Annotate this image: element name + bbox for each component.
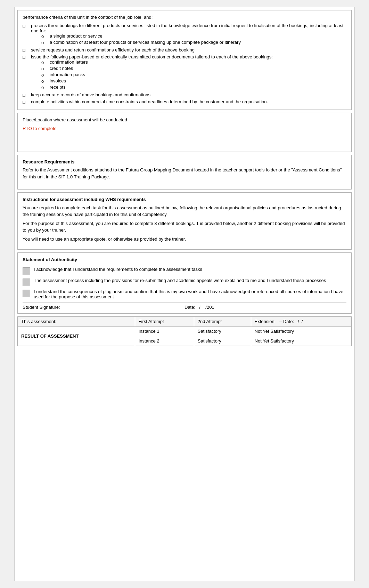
list-item: □ issue the following paper-based or ele… bbox=[23, 54, 346, 91]
sub-bullet: o bbox=[41, 33, 50, 39]
authenticity-text-3: I understand the consequences of plagiar… bbox=[34, 289, 346, 299]
sub-list-item: o confirmation letters bbox=[41, 59, 273, 65]
checkbox-2[interactable] bbox=[23, 279, 30, 286]
result-label: RESULT OF ASSESSMENT bbox=[21, 333, 79, 339]
authenticity-row-1: I acknowledge that I understand the requ… bbox=[23, 267, 346, 275]
sub-list-item: o a single product or service bbox=[41, 33, 346, 39]
sub-list-item: o information packs bbox=[41, 72, 273, 78]
sub-item-text: confirmation letters bbox=[50, 59, 88, 65]
authenticity-text-1: I acknowledge that I understand the requ… bbox=[34, 267, 202, 272]
bullet-list: □ process three bookings for different p… bbox=[23, 23, 346, 105]
instructions-title: Instructions for assessment including WH… bbox=[23, 196, 346, 203]
signature-row: Student Signature: Date: / /201 bbox=[23, 302, 346, 310]
bullet-icon: □ bbox=[23, 47, 31, 53]
date-slashes: / / bbox=[295, 319, 303, 324]
date-dash-label: – Date: bbox=[279, 319, 294, 324]
authenticity-title: Statement of Authenticity bbox=[23, 256, 346, 263]
sub-bullet: o bbox=[41, 59, 50, 65]
sub-bullet: o bbox=[41, 40, 50, 45]
sub-item-text: receipts bbox=[50, 84, 66, 90]
list-item-text: complete activities within commercial ti… bbox=[31, 99, 268, 104]
instructions-section: Instructions for assessment including WH… bbox=[17, 192, 352, 250]
list-item-text: keep accurate records of above bookings … bbox=[31, 92, 150, 97]
list-item-text: issue the following paper-based or elect… bbox=[31, 54, 273, 59]
satisfactory-2-text: Satisfactory bbox=[198, 338, 221, 344]
sub-item-text: a single product or service bbox=[50, 33, 102, 39]
not-yet-1-text: Not Yet Satisfactory bbox=[255, 329, 294, 334]
bullet-icon: □ bbox=[23, 99, 31, 105]
list-item: □ process three bookings for different p… bbox=[23, 23, 346, 46]
not-yet-1-cell: Not Yet Satisfactory bbox=[251, 326, 351, 336]
resource-body: Refer to the Assessment conditions attac… bbox=[23, 167, 346, 180]
instructions-para-2: For the purpose of this assessment, you … bbox=[23, 220, 346, 234]
sub-list: o confirmation letters o credit notes o … bbox=[31, 59, 273, 90]
list-item-text: service requests and return confirmation… bbox=[31, 47, 195, 53]
table-header-row: This assessment: First Attempt 2nd Attem… bbox=[18, 316, 352, 326]
authenticity-row-2: The assessment process including the pro… bbox=[23, 278, 346, 286]
instance-1-text: Instance 1 bbox=[139, 329, 159, 334]
sub-item-text: credit notes bbox=[50, 66, 73, 71]
instance-2-text: Instance 2 bbox=[139, 338, 159, 344]
authenticity-text-2: The assessment process including the pro… bbox=[34, 278, 326, 283]
place-placeholder: RTO to complete bbox=[23, 125, 346, 132]
authenticity-row-3: I understand the consequences of plagiar… bbox=[23, 289, 346, 299]
list-item: □ service requests and return confirmati… bbox=[23, 47, 346, 53]
sub-bullet: o bbox=[41, 78, 50, 84]
this-assessment-cell: This assessment: bbox=[18, 316, 135, 326]
extension-cell: Extension – Date: / / bbox=[251, 316, 351, 326]
date-label: Date: bbox=[184, 305, 195, 310]
satisfactory-1-cell: Satisfactory bbox=[194, 326, 251, 336]
intro-section: performance criteria of this unit in the… bbox=[17, 10, 352, 110]
list-item: □ complete activities within commercial … bbox=[23, 99, 346, 105]
sub-list-item: o invoices bbox=[41, 78, 273, 84]
sub-item-text: invoices bbox=[50, 78, 66, 83]
place-section: Place/Location where assessment will be … bbox=[17, 113, 352, 152]
authenticity-section: Statement of Authenticity I acknowledge … bbox=[17, 252, 352, 314]
extension-label: Extension bbox=[255, 319, 274, 324]
bullet-icon: □ bbox=[23, 54, 31, 60]
list-item-text: process three bookings for different pro… bbox=[31, 23, 343, 33]
place-title: Place/Location where assessment will be … bbox=[23, 116, 346, 123]
instance-2-cell: Instance 2 bbox=[135, 336, 194, 346]
instance-1-cell: Instance 1 bbox=[135, 326, 194, 336]
satisfactory-2-cell: Satisfactory bbox=[194, 336, 251, 346]
intro-text: performance criteria of this unit in the… bbox=[23, 14, 346, 21]
sub-bullet: o bbox=[41, 66, 50, 71]
bottom-spacer bbox=[15, 349, 354, 390]
sub-list-item: o receipts bbox=[41, 84, 273, 90]
signature-left: Student Signature: bbox=[23, 305, 184, 310]
result-label-cell: RESULT OF ASSESSMENT bbox=[18, 326, 135, 346]
sub-bullet: o bbox=[41, 84, 50, 90]
checkbox-1[interactable] bbox=[23, 267, 30, 275]
resource-title: Resource Requirements bbox=[23, 159, 346, 166]
sub-list-item: o credit notes bbox=[41, 66, 273, 71]
assessment-table: This assessment: First Attempt 2nd Attem… bbox=[17, 316, 352, 346]
sub-item-text: a combination of at least four products … bbox=[50, 40, 241, 45]
this-assessment-label: This assessment: bbox=[21, 319, 56, 324]
date-area: Date: / /201 bbox=[184, 305, 346, 310]
first-attempt-cell: First Attempt bbox=[135, 316, 194, 326]
sub-list: o a single product or service o a combin… bbox=[31, 33, 346, 45]
page-container: performance criteria of this unit in the… bbox=[14, 7, 355, 581]
second-attempt-label: 2nd Attempt bbox=[198, 319, 222, 324]
sub-list-item: o a combination of at least four product… bbox=[41, 40, 346, 45]
sub-item-text: information packs bbox=[50, 72, 85, 77]
not-yet-2-text: Not Yet Satisfactory bbox=[255, 338, 294, 344]
date-value: / /201 bbox=[197, 305, 214, 310]
bullet-icon: □ bbox=[23, 23, 31, 29]
result-row: RESULT OF ASSESSMENT Instance 1 Satisfac… bbox=[18, 326, 352, 336]
signature-label: Student Signature: bbox=[23, 305, 60, 310]
not-yet-2-cell: Not Yet Satisfactory bbox=[251, 336, 351, 346]
second-attempt-cell: 2nd Attempt bbox=[194, 316, 251, 326]
list-item: □ keep accurate records of above booking… bbox=[23, 92, 346, 98]
resource-section: Resource Requirements Refer to the Asses… bbox=[17, 155, 352, 190]
satisfactory-1-text: Satisfactory bbox=[198, 329, 221, 334]
instructions-para-3: You will need to use an appropriate quot… bbox=[23, 236, 346, 243]
first-attempt-label: First Attempt bbox=[139, 319, 164, 324]
instructions-para-1: You are required to complete each task f… bbox=[23, 204, 346, 218]
sub-bullet: o bbox=[41, 72, 50, 78]
bullet-icon: □ bbox=[23, 92, 31, 98]
checkbox-3[interactable] bbox=[23, 290, 30, 297]
